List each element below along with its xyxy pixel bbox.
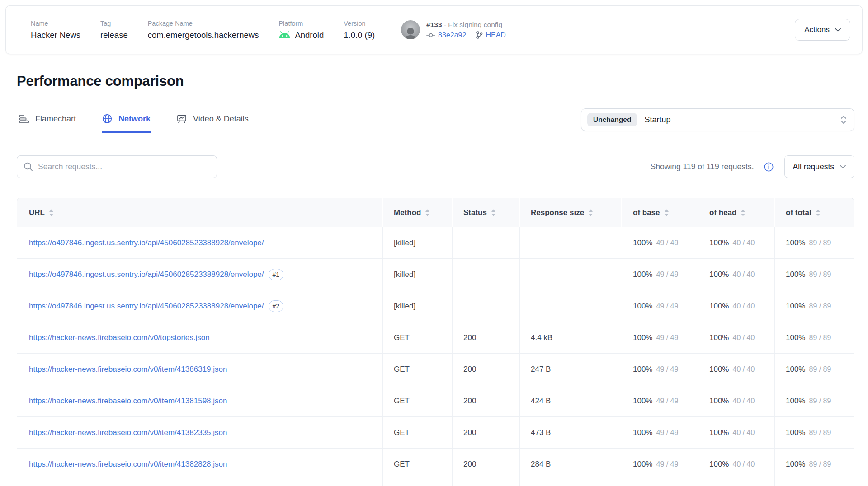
request-url-link[interactable]: https://o497846.ingest.us.sentry.io/api/… (29, 270, 264, 279)
chevron-down-icon (835, 28, 841, 32)
of-head-cell: 100%40 / 40 (698, 290, 775, 322)
request-url-link[interactable]: https://hacker-news.firebaseio.com/v0/to… (29, 333, 210, 342)
tab-label: Video & Details (193, 114, 249, 124)
field-package-name: Package Name com.emergetools.hackernews (148, 20, 259, 40)
column-header-status[interactable]: Status (453, 198, 520, 227)
pull-request-block: #133 - Fix signing config 83e2a92 (401, 20, 506, 39)
tab-label: Network (118, 114, 151, 124)
table-row[interactable]: https://hacker-news.firebaseio.com/v0/to… (17, 322, 854, 354)
field-value: Hacker News (31, 30, 80, 40)
showing-count-text: Showing 119 of 119 requests. (651, 162, 754, 172)
status-cell: 200 (453, 322, 520, 353)
field-value: release (100, 30, 128, 40)
column-header-response-size[interactable]: Response size (520, 198, 622, 227)
requests-table: URL Method Status Response size of base … (17, 198, 854, 486)
request-url-link[interactable]: https://hacker-news.firebaseio.com/v0/it… (29, 365, 227, 374)
column-header-of-total[interactable]: of total (775, 198, 854, 227)
table-row[interactable]: https://hacker-news.firebaseio.com/v0/it… (17, 449, 854, 480)
tab-video-details[interactable]: Video & Details (177, 114, 249, 133)
sort-icon[interactable] (816, 209, 821, 216)
of-total-cell: 100%89 / 89 (775, 417, 854, 448)
table-header-row: URL Method Status Response size of base … (17, 198, 854, 227)
response-size-cell: 4.4 kB (520, 322, 622, 353)
commit-link[interactable]: 83e2a92 (426, 31, 466, 39)
sort-icon[interactable] (588, 209, 593, 216)
request-url-link[interactable]: https://o497846.ingest.us.sentry.io/api/… (29, 238, 264, 248)
response-size-cell: 424 B (520, 385, 622, 416)
pr-info: #133 - Fix signing config 83e2a92 (426, 21, 506, 39)
of-head-cell: 100%40 / 40 (698, 354, 775, 385)
comparison-select[interactable]: Unchanged Startup (581, 108, 854, 131)
sort-icon[interactable] (741, 209, 745, 216)
url-cell: https://o497846.ingest.us.sentry.io/api/… (17, 290, 383, 322)
of-base-cell: 100%49 / 49 (622, 354, 698, 385)
of-base-cell: 100%49 / 49 (622, 290, 698, 322)
of-total-cell: 100%89 / 89 (775, 449, 854, 480)
sort-icon[interactable] (664, 209, 669, 216)
response-size-cell: 247 B (520, 354, 622, 385)
request-url-link[interactable]: https://hacker-news.firebaseio.com/v0/it… (29, 460, 227, 469)
request-url-link[interactable]: https://hacker-news.firebaseio.com/v0/it… (29, 428, 227, 437)
status-cell: 200 (453, 449, 520, 480)
requests-toolbar: Showing 119 of 119 requests. All request… (17, 155, 854, 178)
flamechart-icon (19, 115, 29, 123)
url-cell: https://hacker-news.firebaseio.com/v0/it… (17, 354, 383, 385)
of-total-cell: 100%89 / 89 (775, 354, 854, 385)
comparison-status-badge: Unchanged (587, 113, 637, 126)
actions-button[interactable]: Actions (795, 19, 850, 41)
column-header-of-base[interactable]: of base (622, 198, 698, 227)
url-cell: https://hacker-news.firebaseio.com/v0/it… (17, 385, 383, 416)
column-header-url[interactable]: URL (17, 198, 383, 227)
tab-network[interactable]: Network (102, 114, 151, 133)
status-cell: 200 (453, 385, 520, 416)
branch-link[interactable]: HEAD (476, 31, 505, 39)
pr-number[interactable]: #133 (426, 21, 442, 28)
request-url-link[interactable]: https://hacker-news.firebaseio.com/v0/it… (29, 397, 227, 406)
field-name: Name Hacker News (31, 20, 80, 40)
of-base-cell: 100%49 / 49 (622, 385, 698, 416)
table-row[interactable]: https://hacker-news.firebaseio.com/v0/it… (17, 354, 854, 385)
status-cell (453, 227, 520, 258)
field-label: Platform (278, 20, 324, 27)
of-head-cell: 100%40 / 40 (698, 322, 775, 353)
of-head-cell: 100%40 / 40 (698, 259, 775, 290)
of-base-cell: 100%49 / 49 (622, 417, 698, 448)
column-header-method[interactable]: Method (383, 198, 453, 227)
toolbar-right: Showing 119 of 119 requests. All request… (651, 155, 854, 178)
field-version: Version 1.0.0 (9) (344, 20, 375, 40)
of-total-cell: 100%89 / 89 (775, 322, 854, 353)
of-base-cell: 100%49 / 49 (622, 322, 698, 353)
request-url-link[interactable]: https://o497846.ingest.us.sentry.io/api/… (29, 302, 264, 311)
info-icon[interactable] (764, 162, 774, 172)
build-header-card: Name Hacker News Tag release Package Nam… (5, 5, 863, 54)
url-cell: https://o497846.ingest.us.sentry.io/api/… (17, 259, 383, 290)
sort-icon[interactable] (49, 209, 54, 216)
requests-filter-button[interactable]: All requests (784, 155, 854, 178)
field-platform: Platform Android (278, 20, 324, 40)
tab-flamechart[interactable]: Flamechart (19, 114, 76, 133)
select-chevrons-icon (840, 115, 847, 124)
table-row[interactable]: https://o497846.ingest.us.sentry.io/api/… (17, 259, 854, 290)
tab-bar: Flamechart Network (17, 108, 249, 133)
response-size-cell (520, 259, 622, 290)
method-cell: GET (383, 449, 453, 480)
sort-icon[interactable] (491, 209, 496, 216)
tab-label: Flamechart (35, 114, 76, 124)
table-row[interactable]: https://hacker-news.firebaseio.com/v0/it… (17, 417, 854, 449)
search-input[interactable] (17, 155, 217, 178)
status-cell: 200 (453, 354, 520, 385)
search-box (17, 155, 217, 178)
column-header-of-head[interactable]: of head (698, 198, 775, 227)
status-cell (453, 259, 520, 290)
response-size-cell: 473 B (520, 417, 622, 448)
table-row[interactable]: https://o497846.ingest.us.sentry.io/api/… (17, 290, 854, 322)
method-cell: GET (383, 322, 453, 353)
table-row[interactable]: https://o497846.ingest.us.sentry.io/api/… (17, 227, 854, 259)
table-row-partial (17, 480, 854, 486)
url-cell: https://hacker-news.firebaseio.com/v0/it… (17, 417, 383, 448)
sort-icon[interactable] (425, 209, 430, 216)
video-details-icon (177, 114, 187, 124)
pr-title: #133 - Fix signing config (426, 21, 506, 29)
table-row[interactable]: https://hacker-news.firebaseio.com/v0/it… (17, 385, 854, 417)
page-title: Performance comparison (17, 72, 854, 90)
